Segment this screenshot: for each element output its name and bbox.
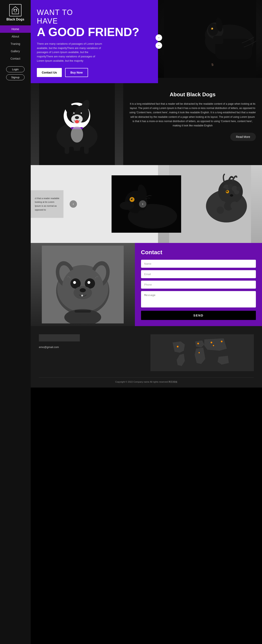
hero-title-line2: HAVE — [37, 17, 152, 26]
svg-point-85 — [199, 352, 200, 353]
svg-point-82 — [197, 343, 199, 344]
svg-point-54 — [226, 191, 228, 192]
svg-point-73 — [87, 281, 90, 284]
logo-icon — [9, 4, 21, 16]
hero-section: WANT TO HAVE A GOOD FRIEND? There are ma… — [31, 0, 262, 83]
contact-email-input[interactable] — [141, 270, 256, 278]
arrow-down-button[interactable]: − — [156, 42, 162, 49]
sidebar-nav: Home About Traning Gallery Contact — [0, 26, 31, 62]
svg-point-55 — [230, 194, 233, 197]
sidebar-buttons: Login Signup — [6, 66, 24, 80]
login-button[interactable]: Login — [6, 66, 24, 72]
hero-right: 🐕 — [158, 0, 262, 83]
gallery-overlay-text: ct that a reader readable looking at its… — [35, 196, 59, 212]
contact-name-input[interactable] — [141, 260, 256, 268]
signup-button[interactable]: Signup — [6, 74, 24, 80]
gallery-nav-left[interactable]: ‹ — [70, 200, 77, 208]
sidebar-item-gallery[interactable]: Gallery — [0, 48, 31, 55]
copyright-text: Copyright © 2022 Company name All rights… — [115, 380, 178, 383]
sidebar: Black Dogs Home About Traning Gallery Co… — [0, 0, 31, 644]
svg-point-83 — [211, 342, 212, 343]
gallery-text-overlay: ct that a reader readable looking at its… — [31, 190, 63, 218]
footer-email: emo@gmail.com — [39, 346, 142, 349]
contact-title: Contact — [141, 249, 256, 256]
svg-point-9 — [211, 28, 213, 30]
svg-point-81 — [177, 346, 179, 348]
hero-dog-image: 🐕 — [158, 0, 262, 78]
about-content: About Black Dogs It is a long establishe… — [123, 83, 262, 165]
svg-rect-77 — [81, 295, 83, 296]
svg-point-24 — [73, 112, 74, 114]
svg-rect-29 — [69, 147, 74, 159]
svg-rect-43 — [138, 210, 149, 220]
send-button[interactable]: SEND — [141, 311, 256, 320]
svg-rect-31 — [65, 144, 69, 154]
svg-point-76 — [80, 288, 86, 292]
buy-now-button[interactable]: Buy Now — [65, 68, 88, 77]
contact-form-area: Contact SEND — [135, 243, 262, 326]
hero-title-line1: WANT TO — [37, 8, 152, 17]
contact-us-button[interactable]: Contact Us — [37, 68, 62, 77]
svg-point-75 — [73, 286, 92, 299]
sidebar-item-traning[interactable]: Traning — [0, 40, 31, 48]
svg-point-74 — [74, 282, 76, 284]
footer-bottom: Copyright © 2022 Company name All rights… — [39, 377, 254, 384]
contact-message-input[interactable] — [141, 291, 256, 308]
hero-buttons: Contact Us Buy Now — [37, 68, 152, 77]
svg-point-52 — [237, 186, 241, 191]
hero-arrows: − − — [156, 34, 162, 49]
about-dog-image — [31, 83, 123, 165]
svg-point-38 — [120, 202, 134, 210]
svg-point-60 — [233, 205, 241, 213]
contact-section: Contact SEND — [31, 243, 262, 326]
svg-marker-0 — [12, 6, 19, 14]
sidebar-logo: Black Dogs — [6, 4, 24, 21]
gallery-center-image — [112, 175, 181, 233]
svg-point-59 — [217, 206, 224, 214]
hero-description: There are many variations of passages of… — [37, 42, 102, 63]
svg-text:🐕: 🐕 — [211, 63, 214, 66]
sidebar-item-contact[interactable]: Contact — [0, 55, 31, 62]
svg-point-84 — [221, 341, 223, 342]
sidebar-item-about[interactable]: About — [0, 33, 31, 40]
newsletter-input[interactable] — [39, 334, 80, 342]
about-title: About Black Dogs — [129, 91, 256, 98]
footer-left: emo@gmail.com — [39, 334, 142, 371]
svg-point-21 — [75, 116, 79, 119]
svg-point-34 — [75, 120, 79, 123]
svg-rect-13 — [213, 36, 223, 44]
gallery-nav-right[interactable]: › — [139, 200, 146, 208]
sidebar-item-home[interactable]: Home — [0, 26, 31, 33]
logo-title: Black Dogs — [6, 18, 24, 21]
footer-map — [150, 334, 254, 371]
footer-top: emo@gmail.com — [39, 334, 254, 371]
contact-dog-image — [31, 243, 135, 326]
read-more-button[interactable]: Read More — [230, 133, 256, 141]
footer: emo@gmail.com — [31, 326, 262, 388]
svg-point-3 — [16, 9, 17, 11]
about-text: It is a long established fact that a rea… — [129, 102, 256, 128]
svg-point-41 — [131, 198, 132, 199]
svg-point-10 — [212, 28, 213, 29]
svg-point-86 — [213, 345, 214, 346]
svg-point-33 — [71, 126, 83, 142]
svg-point-2 — [13, 9, 15, 11]
contact-phone-input[interactable] — [141, 280, 256, 288]
hero-title-large: A GOOD FRIEND? — [37, 26, 152, 38]
gallery-section: ct that a reader readable looking at its… — [31, 165, 262, 243]
arrow-up-button[interactable]: − — [156, 34, 162, 41]
about-section: About Black Dogs It is a long establishe… — [31, 83, 262, 165]
hero-left: WANT TO HAVE A GOOD FRIEND? There are ma… — [31, 0, 158, 83]
main-content: WANT TO HAVE A GOOD FRIEND? There are ma… — [31, 0, 262, 644]
svg-rect-79 — [74, 310, 91, 312]
svg-rect-32 — [84, 144, 89, 154]
